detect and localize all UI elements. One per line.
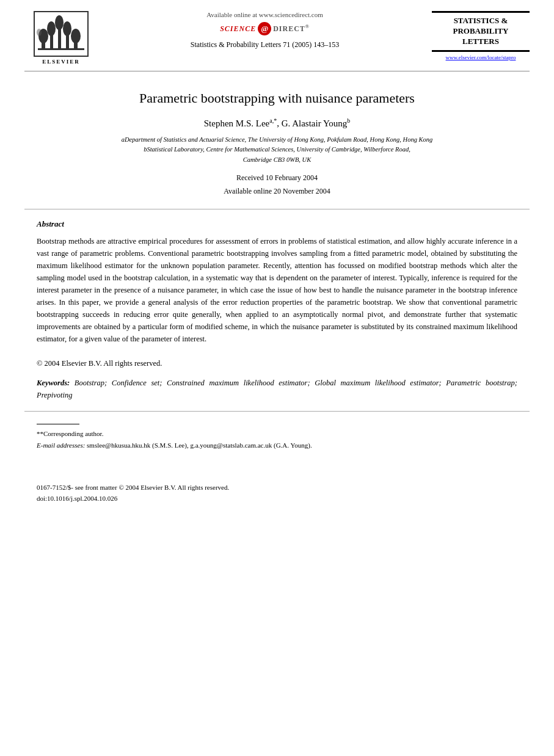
- svg-point-6: [55, 15, 64, 30]
- footer-doi: doi:10.1016/j.spl.2004.10.026: [37, 493, 517, 504]
- science-text: SCIENCE: [220, 24, 256, 34]
- footnote-text: **Corresponding author. E-mail addresses…: [37, 428, 517, 451]
- available-online-date: Available online 20 November 2004: [37, 185, 517, 198]
- abstract-text: Bootstrap methods are attractive empiric…: [37, 235, 517, 369]
- svg-point-12: [37, 29, 42, 36]
- copyright: © 2004 Elsevier B.V. All rights reserved…: [37, 359, 162, 368]
- abstract-section: Abstract Bootstrap methods are attractiv…: [0, 209, 554, 369]
- footnote-rule: [37, 424, 79, 424]
- elsevier-logo-area: ELSEVIER: [24, 11, 98, 65]
- keywords-label: Keywords:: [37, 379, 70, 387]
- elsevier-box: [34, 11, 89, 57]
- keywords-text: Keywords: Bootstrap; Confidence set; Con…: [37, 377, 517, 401]
- svg-point-4: [47, 21, 56, 36]
- elsevier-logo: ELSEVIER: [24, 11, 98, 65]
- sciencedirect-logo: SCIENCE @ DIRECT®: [110, 22, 420, 35]
- corresponding-author: **Corresponding author.: [37, 428, 517, 440]
- title-section: Parametric bootstrapping with nuisance p…: [0, 71, 554, 198]
- journal-title-box: STATISTICS &PROBABILITYLETTERS: [432, 11, 530, 52]
- author-a: Stephen M.S. Lee: [204, 118, 269, 128]
- authors: Stephen M.S. Leea,*, G. Alastair Youngb: [37, 117, 517, 129]
- email-line: E-mail addresses: smslee@hkusua.hku.hk (…: [37, 440, 517, 451]
- paper-title: Parametric bootstrapping with nuisance p…: [37, 90, 517, 107]
- footer-issn: 0167-7152/$- see front matter © 2004 Els…: [37, 482, 517, 493]
- email-text: smslee@hkusua.hku.hk (S.M.S. Lee), g.a.y…: [87, 442, 312, 449]
- footnote-section: **Corresponding author. E-mail addresses…: [0, 412, 554, 451]
- keywords-values: Bootstrap; Confidence set; Constrained m…: [37, 379, 517, 399]
- available-online-text: Available online at www.sciencedirect.co…: [110, 11, 420, 18]
- journal-url: www.elsevier.com/locate/stapro: [432, 54, 530, 60]
- svg-point-8: [63, 21, 71, 36]
- page: ELSEVIER Available online at www.science…: [0, 0, 554, 756]
- received-date: Received 10 February 2004: [37, 172, 517, 185]
- direct-text: DIRECT®: [273, 24, 310, 34]
- abstract-label: Abstract: [37, 219, 517, 229]
- journal-box-title: STATISTICS &PROBABILITYLETTERS: [437, 16, 525, 47]
- footer: 0167-7152/$- see front matter © 2004 Els…: [0, 470, 554, 511]
- author-b: , G. Alastair Young: [277, 118, 347, 128]
- dates: Received 10 February 2004 Available onli…: [37, 172, 517, 198]
- affiliation-b: bStatistical Laboratory, Centre for Math…: [37, 145, 517, 155]
- journal-name: Statistics & Probability Letters 71 (200…: [110, 40, 420, 49]
- email-label: E-mail addresses:: [37, 442, 85, 449]
- elsevier-label: ELSEVIER: [42, 59, 80, 65]
- at-symbol: @: [258, 22, 271, 35]
- author-a-sup: a,*: [269, 117, 277, 124]
- journal-box-area: STATISTICS &PROBABILITYLETTERS www.elsev…: [432, 11, 530, 60]
- header: ELSEVIER Available online at www.science…: [0, 0, 554, 65]
- affiliation-a: aDepartment of Statistics and Actuarial …: [37, 135, 517, 145]
- author-b-sup: b: [347, 117, 350, 124]
- svg-rect-11: [38, 48, 84, 50]
- header-center: Available online at www.sciencedirect.co…: [98, 11, 432, 49]
- affiliations: aDepartment of Statistics and Actuarial …: [37, 135, 517, 165]
- svg-point-10: [71, 29, 81, 43]
- affiliation-b2: Cambridge CB3 0WB, UK: [37, 155, 517, 165]
- keywords-section: Keywords: Bootstrap; Confidence set; Con…: [0, 369, 554, 401]
